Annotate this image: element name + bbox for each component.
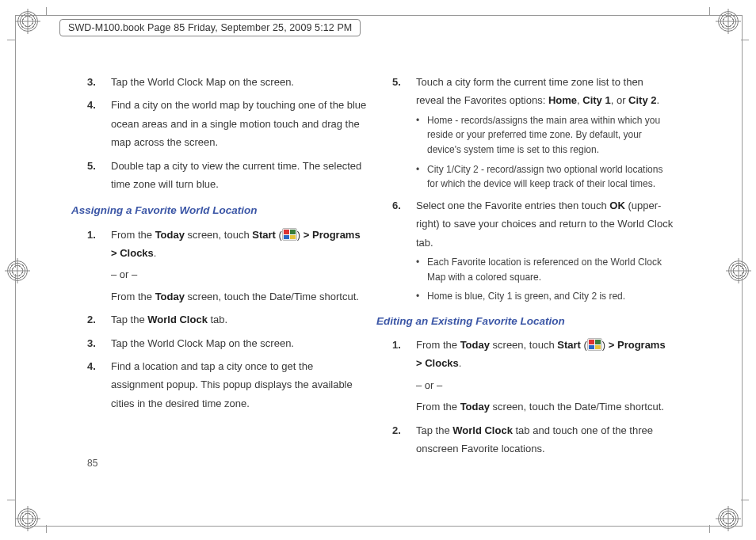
step: From the Today screen, touch Start () > … (87, 226, 368, 306)
t: tab. (208, 314, 227, 325)
steps-continued: Tap the World Clock Map on the screen. F… (87, 73, 368, 193)
t: screen, touch (490, 339, 557, 351)
steps-assigning-cont: Touch a city form the current time zone … (392, 73, 674, 304)
t: Each Favorite location is referenced on … (427, 257, 662, 283)
t: Home (548, 94, 577, 106)
step: Tap the World Clock tab. (87, 310, 368, 329)
registration-mark-icon (7, 260, 28, 281)
crop-mark-icon (46, 525, 47, 533)
step-alt: From the Today screen, touch the Date/Ti… (111, 287, 368, 306)
t: City 1/City 2 - record/assign two option… (427, 164, 662, 190)
t: ) (297, 229, 304, 241)
t: From the (416, 401, 460, 413)
step: Find a location and tap a city once to g… (87, 357, 368, 413)
step: Tap the World Clock Map on the screen. (87, 73, 368, 91)
t: City 1 (582, 94, 610, 106)
step-text: Find a city on the world map by touching… (111, 99, 366, 148)
crop-mark-icon (709, 525, 710, 533)
t: Home - records/assigns the main area wit… (427, 115, 660, 155)
t: City 2 (628, 94, 656, 106)
t: From the (416, 339, 460, 351)
t: screen, touch (185, 229, 252, 241)
page-number: 85 (87, 458, 97, 469)
t: Select one the Favorite entries then tou… (416, 200, 609, 211)
step-text: Double tap a city to view the current ti… (111, 160, 361, 190)
t: Today (155, 229, 185, 241)
section-heading: Editing an Existing Favorite Location (376, 312, 674, 331)
column-left: Tap the World Clock Map on the screen. F… (87, 73, 368, 462)
t: Start (252, 229, 276, 241)
t: Today (460, 401, 490, 413)
crop-mark-icon (7, 40, 15, 40)
t: ( (276, 229, 282, 241)
t: Today (155, 291, 185, 302)
or-divider: – or – (111, 265, 368, 283)
steps-editing: From the Today screen, touch Start () > … (392, 336, 674, 458)
or-divider: – or – (416, 376, 674, 394)
t: Tap the World Clock Map on the screen. (111, 337, 294, 349)
t: OK (609, 200, 625, 211)
registration-mark-icon (17, 508, 38, 529)
t: Start (557, 339, 581, 351)
sublist: Home - records/assigns the main area wit… (416, 113, 674, 192)
t: Tap the (416, 424, 452, 436)
step-alt: From the Today screen, touch the Date/Ti… (416, 397, 674, 416)
t: , or (611, 94, 628, 106)
t: From the (111, 291, 155, 302)
sub-item: Each Favorite location is referenced on … (416, 255, 674, 284)
t: Today (460, 339, 490, 351)
step: Find a city on the world map by touching… (87, 96, 368, 151)
start-flag-icon (282, 228, 297, 241)
step: Touch a city form the current time zone … (392, 73, 674, 192)
step: Select one the Favorite entries then tou… (392, 196, 674, 304)
t: Home is blue, City 1 is green, and City … (427, 291, 625, 302)
document-slug: SWD-M100.book Page 85 Friday, September … (59, 19, 361, 36)
step: Double tap a city to view the current ti… (87, 157, 368, 194)
registration-mark-icon (17, 11, 38, 32)
step: Tap the World Clock tab and touch one of… (392, 421, 674, 458)
t: screen, touch the Date/Time shortcut. (185, 291, 359, 302)
start-flag-icon (587, 338, 602, 351)
t: ) (602, 339, 609, 351)
step-text: Tap the World Clock Map on the screen. (111, 76, 294, 88)
t: . (459, 357, 462, 369)
t: From the (111, 229, 155, 241)
crop-mark-icon (46, 7, 47, 15)
t: screen, touch the Date/Time shortcut. (490, 401, 664, 413)
t: World Clock (452, 424, 513, 436)
step: Tap the World Clock Map on the screen. (87, 334, 368, 352)
steps-assigning: From the Today screen, touch Start () > … (87, 226, 368, 413)
sub-item: City 1/City 2 - record/assign two option… (416, 162, 674, 192)
crop-mark-icon (741, 40, 749, 40)
t: Tap the (111, 314, 147, 325)
section-heading: Assigning a Favorite World Location (71, 201, 368, 220)
t: ( (581, 339, 587, 351)
t: Find a location and tap a city once to g… (111, 360, 353, 409)
registration-mark-icon (728, 260, 749, 281)
registration-mark-icon (718, 508, 739, 529)
t: . (154, 247, 157, 259)
t: . (657, 94, 660, 106)
crop-mark-icon (741, 500, 749, 500)
registration-mark-icon (718, 11, 739, 32)
crop-mark-icon (709, 7, 710, 15)
step: From the Today screen, touch Start () > … (392, 336, 674, 416)
sub-item: Home - records/assigns the main area wit… (416, 113, 674, 158)
sub-item: Home is blue, City 1 is green, and City … (416, 289, 674, 304)
t: World Clock (147, 314, 208, 325)
crop-mark-icon (7, 500, 15, 500)
column-right: Touch a city form the current time zone … (392, 73, 674, 462)
page-content: Tap the World Clock Map on the screen. F… (87, 73, 674, 462)
sublist: Each Favorite location is referenced on … (416, 255, 674, 304)
